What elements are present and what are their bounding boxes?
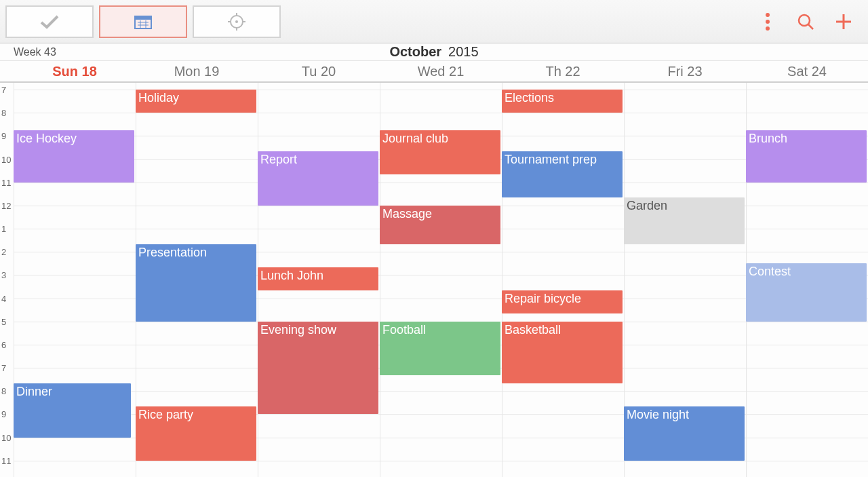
hour-label: 8 [1, 386, 6, 396]
hour-label: 11 [1, 455, 11, 465]
hour-label: 1 [1, 224, 6, 234]
event-block[interactable]: Garden [624, 197, 745, 244]
event-block[interactable]: Presentation [136, 244, 256, 322]
event-block[interactable]: Basketball [502, 322, 623, 383]
day-header[interactable]: Sat 24 [746, 61, 868, 81]
event-block[interactable]: Lunch John [258, 267, 378, 290]
hour-label: 7 [1, 85, 6, 95]
svg-point-13 [766, 20, 770, 24]
focus-tab[interactable] [193, 5, 281, 38]
month-year: October2015 [389, 44, 478, 60]
event-block[interactable]: Contest [746, 263, 867, 321]
day-header[interactable]: Fri 23 [624, 61, 746, 81]
hour-label: 2 [1, 247, 6, 257]
hour-label: 3 [1, 270, 6, 280]
event-block[interactable]: Brunch [746, 130, 867, 183]
plus-icon [835, 13, 852, 31]
top-toolbar [0, 0, 868, 43]
event-block[interactable]: Massage [380, 206, 500, 244]
event-block[interactable]: Repair bicycle [502, 290, 623, 313]
day-header[interactable]: Wed 21 [380, 61, 502, 81]
day-header[interactable]: Mon 19 [136, 61, 258, 81]
year-label: 2015 [448, 44, 479, 59]
overflow-menu-button[interactable] [749, 3, 787, 41]
svg-point-14 [766, 26, 770, 31]
day-header[interactable]: Sun 18 [14, 61, 136, 81]
event-block[interactable]: Movie night [624, 406, 745, 461]
header-row: Week 43 October2015 [0, 43, 868, 61]
hour-gutter: 7891011121234567891011 [0, 83, 14, 477]
hour-label: 7 [1, 363, 6, 373]
target-icon [228, 13, 245, 31]
day-headers: Sun 18Mon 19Tu 20Wed 21Th 22Fri 23Sat 24 [0, 61, 868, 83]
event-block[interactable]: Journal club [380, 130, 500, 174]
day-header[interactable]: Th 22 [502, 61, 624, 81]
svg-point-15 [799, 15, 810, 26]
calendar-icon [134, 14, 152, 29]
event-block[interactable]: Holiday [136, 90, 256, 113]
event-block[interactable]: Report [258, 151, 378, 206]
hour-label: 12 [1, 200, 11, 210]
hour-label: 6 [1, 339, 6, 349]
event-block[interactable]: Football [380, 322, 500, 376]
day-header[interactable]: Tu 20 [258, 61, 380, 81]
search-button[interactable] [787, 3, 825, 41]
hour-label: 9 [1, 409, 6, 419]
calendar-grid[interactable]: 7891011121234567891011 HolidayElectionsI… [0, 83, 868, 477]
event-block[interactable]: Ice Hockey [14, 130, 134, 183]
hour-label: 10 [1, 432, 11, 442]
calendar-tab[interactable] [99, 5, 187, 38]
hour-label: 11 [1, 177, 11, 187]
svg-point-7 [235, 20, 238, 23]
week-label: Week 43 [14, 46, 56, 58]
dots-vertical-icon [765, 12, 770, 31]
hour-label: 4 [1, 293, 6, 303]
search-icon [797, 13, 814, 31]
event-block[interactable]: Evening show [258, 322, 378, 415]
event-block[interactable]: Elections [502, 90, 623, 113]
event-block[interactable]: Tournament prep [502, 151, 623, 197]
event-block[interactable]: Rice party [136, 406, 256, 461]
svg-line-16 [808, 24, 813, 29]
hour-label: 5 [1, 316, 6, 326]
hour-label: 10 [1, 154, 11, 164]
event-block[interactable]: Dinner [14, 383, 131, 438]
month-label: October [389, 44, 441, 59]
svg-rect-1 [135, 16, 151, 20]
events-layer: HolidayElectionsIce HockeyJournal clubBr… [14, 83, 868, 477]
hour-label: 8 [1, 108, 6, 118]
check-icon [39, 14, 60, 30]
hour-label: 9 [1, 131, 6, 141]
add-button[interactable] [825, 3, 863, 41]
todo-tab[interactable] [5, 5, 94, 38]
svg-point-12 [766, 13, 770, 17]
